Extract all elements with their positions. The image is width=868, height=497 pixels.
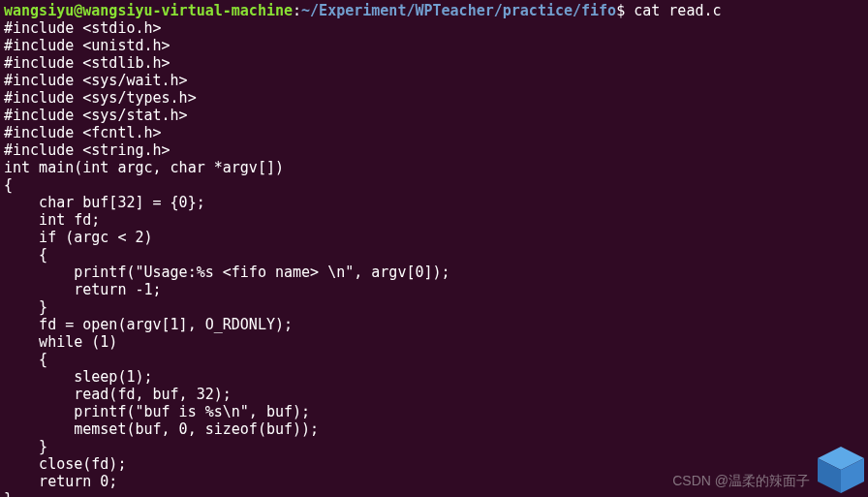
prompt-dollar: $	[616, 2, 634, 19]
code-line: {	[4, 176, 864, 194]
code-line: int main(int argc, char *argv[])	[4, 159, 864, 176]
code-line: {	[4, 351, 864, 368]
code-line: close(fd);	[4, 455, 864, 473]
code-line: #include <sys/types.h>	[4, 89, 864, 107]
code-line: }	[4, 298, 864, 316]
code-line: #include <sys/stat.h>	[4, 107, 864, 124]
code-line: printf("Usage:%s <fifo name> \n", argv[0…	[4, 264, 864, 281]
code-line: }	[4, 438, 864, 455]
code-line: sleep(1);	[4, 368, 864, 386]
code-line: return -1;	[4, 281, 864, 298]
code-line: #include <string.h>	[4, 141, 864, 159]
code-line: int fd;	[4, 211, 864, 229]
prompt-line-1[interactable]: wangsiyu@wangsiyu-virtual-machine:~/Expe…	[4, 2, 864, 19]
code-line: #include <unistd.h>	[4, 37, 864, 54]
watermark-text: CSDN @温柔的辣面子	[672, 473, 810, 489]
code-line: {	[4, 246, 864, 264]
code-line: while (1)	[4, 333, 864, 351]
code-line: #include <stdio.h>	[4, 19, 864, 37]
code-line: memset(buf, 0, sizeof(buf));	[4, 420, 864, 438]
code-line: printf("buf is %s\n", buf);	[4, 403, 864, 420]
command-text: cat read.c	[634, 2, 721, 19]
cube-icon	[814, 443, 868, 497]
prompt-user: wangsiyu@wangsiyu-virtual-machine	[4, 2, 293, 19]
code-line: #include <stdlib.h>	[4, 54, 864, 72]
prompt-path: ~/Experiment/WPTeacher/practice/fifo	[301, 2, 616, 19]
code-line: if (argc < 2)	[4, 229, 864, 246]
code-line: read(fd, buf, 32);	[4, 386, 864, 403]
prompt-colon: :	[293, 2, 301, 19]
code-line: }	[4, 490, 864, 497]
code-line: fd = open(argv[1], O_RDONLY);	[4, 316, 864, 333]
code-line: char buf[32] = {0};	[4, 194, 864, 211]
code-line: #include <sys/wait.h>	[4, 72, 864, 89]
code-line: #include <fcntl.h>	[4, 124, 864, 141]
